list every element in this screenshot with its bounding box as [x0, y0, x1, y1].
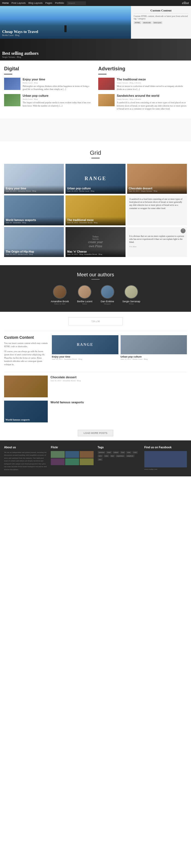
footer-facebook-title: Find us on Facebook [144, 446, 187, 449]
flickr-thumb[interactable] [51, 458, 65, 465]
mini-post[interactable]: Urban pop culture June 18, 2013 · Berthe… [120, 335, 187, 360]
mini-post-title[interactable]: Enjoy your time [52, 355, 118, 358]
mini-post-meta: June 18, 2013 · Amandine Brook · Blog [52, 358, 118, 360]
hero-custom-content: Custom Content Custom HTML content, shor… [131, 6, 191, 39]
article-title[interactable]: Enjoy your time [23, 78, 93, 81]
footer-tag[interactable]: trend [106, 451, 112, 454]
article-title[interactable]: Urban pop culture [23, 94, 93, 97]
article-item[interactable]: Sandwiches around the world Sergio Serra… [98, 94, 187, 111]
grid-item-title: Chocolate dessert [129, 187, 185, 190]
article-info: Enjoy your time Berthe Lucet · Blog Phil… [23, 78, 93, 91]
grid-item-text: A sandwich is a food item consisting of … [127, 195, 187, 225]
hero-title: Cheap Ways to Travel [2, 30, 38, 34]
flickr-thumb[interactable] [65, 451, 79, 458]
grid-item-meta: June 18, 2013 · Sergio Serrano · Blog [129, 190, 185, 192]
avatar [101, 285, 114, 299]
navbar[interactable]: Home Post Layouts Blog Layouts Pages Por… [0, 0, 191, 6]
grid-item[interactable]: The Origin of Hip-Hop June 18, 2013 · Be… [4, 227, 64, 257]
grid-item[interactable]: World famous seaports June 18 · Amandine… [4, 195, 64, 225]
nav-item-post-layouts[interactable]: Post Layouts [11, 2, 26, 4]
hero-left: Cheap Ways to Travel Berthe Lucet · Blog [0, 6, 131, 39]
hero2-section: Best selling authors Sergio Serrano · Bl… [0, 39, 191, 61]
mini-post[interactable]: RANGE Enjoy your time June 18, 2013 · Am… [52, 335, 118, 360]
author-name: Berthe Lucent [77, 300, 92, 303]
facebook-preview [144, 451, 187, 467]
hero2-title: Best selling authors [2, 51, 38, 56]
author-item[interactable]: Sergio Serranap Writer [122, 285, 140, 305]
custom-title: Custom Content [4, 335, 48, 340]
footer-tag[interactable]: wine [126, 451, 132, 454]
facebook-url: www.vcphp.com [144, 468, 187, 470]
footer-tag[interactable]: style [98, 455, 103, 457]
footer-tag[interactable]: food [120, 451, 125, 454]
author-item[interactable]: Dan Erskine Designer [101, 285, 114, 305]
grid-item[interactable]: RANGE Urban pop culture June 18, 2013 · … [65, 164, 125, 194]
article-thumbnail [98, 78, 115, 90]
avatar [125, 285, 138, 299]
grid-item[interactable]: Enjoy your time June 18, 2013 · Amandine… [4, 164, 64, 194]
nav-item-pages[interactable]: Pages [45, 2, 52, 4]
load-more-button[interactable]: LOAD MORE POSTS [78, 430, 113, 436]
ad-block: 720 x 90 [0, 312, 191, 331]
load-more-section: LOAD MORE POSTS [0, 426, 191, 440]
grid-item-meta: June 18 · Amandine · Blog [6, 222, 62, 224]
ad-box: 720 x 90 [68, 317, 123, 326]
footer-tag[interactable]: experience [116, 455, 125, 457]
article-title[interactable]: The traditional meze [117, 78, 187, 81]
full-post[interactable]: Chocolate dessert June 18, 2013 · Amandi… [4, 376, 187, 397]
flickr-thumb[interactable] [65, 458, 79, 465]
avatar [53, 285, 66, 299]
footer-tag[interactable]: color [132, 451, 138, 454]
grid-item[interactable]: Todays Specials create your own Pizza Ma… [65, 227, 125, 257]
grid-item-title: Urban pop culture [67, 187, 124, 190]
article-info: Sandwiches around the world Sergio Serra… [117, 94, 187, 111]
flickr-thumb[interactable] [80, 451, 93, 458]
grid-item[interactable]: The traditional meze June 18, 2013 · Ama… [65, 195, 125, 225]
footer-flickr-title: Flickr [51, 446, 93, 449]
nav-item-portfolio[interactable]: Portfolio [55, 2, 64, 4]
avatar [78, 285, 91, 299]
article-item[interactable]: Enjoy your time Berthe Lucet · Blog Phil… [4, 78, 93, 91]
nav-logo: elliot [182, 1, 189, 5]
mini-post-image [120, 335, 187, 354]
digital-title: Digital [4, 66, 93, 72]
footer-tag[interactable]: nutrition [98, 451, 106, 454]
custom-content-section: Custom Content You can insert custom con… [0, 331, 191, 372]
author-item[interactable]: Amandine Brook Editor in chief [51, 285, 69, 305]
full-post-title[interactable]: World famous seaports [51, 401, 187, 404]
author-role: Writer [122, 303, 140, 305]
footer-tag[interactable]: simplicity [126, 455, 135, 457]
footer-tag[interactable]: wine [104, 455, 109, 457]
posts-grid: Enjoy your time June 18, 2013 · Amandine… [4, 164, 187, 257]
flickr-thumb[interactable] [51, 451, 65, 458]
grid-section: Grid Enjoy your time June 18, 2013 · Ama… [0, 141, 191, 265]
grid-item[interactable]: Chocolate dessert June 18, 2013 · Sergio… [127, 164, 187, 194]
search-input[interactable] [67, 1, 86, 5]
full-post-image [4, 376, 48, 397]
article-meta: Berthe Lucet · Blog [23, 82, 93, 84]
article-excerpt: Philosophie are religious thinkers often… [23, 85, 93, 91]
footer-about-text: We are an independent and global journal… [4, 451, 47, 471]
article-title[interactable]: Sandwiches around the world [117, 94, 187, 97]
article-item[interactable]: The traditional meze Sergio Serrano · Bl… [98, 78, 187, 91]
article-item[interactable]: Urban pop culture Berthe Lucet · Blog Th… [4, 94, 93, 107]
grid-title: Grid [4, 149, 187, 156]
hero-section: Cheap Ways to Travel Berthe Lucet · Blog… [0, 6, 191, 39]
footer-tag[interactable]: beer [110, 455, 115, 457]
nav-item-home[interactable]: Home [2, 2, 9, 4]
flickr-thumb[interactable] [80, 458, 93, 465]
custom-right: RANGE Enjoy your time June 18, 2013 · Am… [52, 335, 187, 368]
author-item[interactable]: Berthe Lucent Editor [77, 285, 92, 305]
grid-item-meta: June 18, 2013 · Berthe Lucet · Blog [6, 253, 62, 255]
nav-item-blog-layouts[interactable]: Blog Layouts [28, 2, 43, 4]
mini-post-title[interactable]: Urban pop culture [120, 355, 187, 358]
advertising-col: Advertising The traditional meze Sergio … [98, 66, 187, 114]
authors-section: Meet our authors Amandine Brook Editor i… [0, 265, 191, 312]
hero2-meta: Sergio Serrano · Blog [2, 56, 38, 58]
footer-tag[interactable]: culture [113, 451, 119, 454]
footer-facebook: Find us on Facebook www.vcphp.com [144, 446, 187, 471]
full-post-title[interactable]: Chocolate dessert [51, 376, 187, 379]
full-post[interactable]: World famous seaports World famous seapo… [4, 401, 187, 423]
footer-tag[interactable]: area [98, 458, 103, 461]
mini-post-image: RANGE [52, 335, 118, 354]
